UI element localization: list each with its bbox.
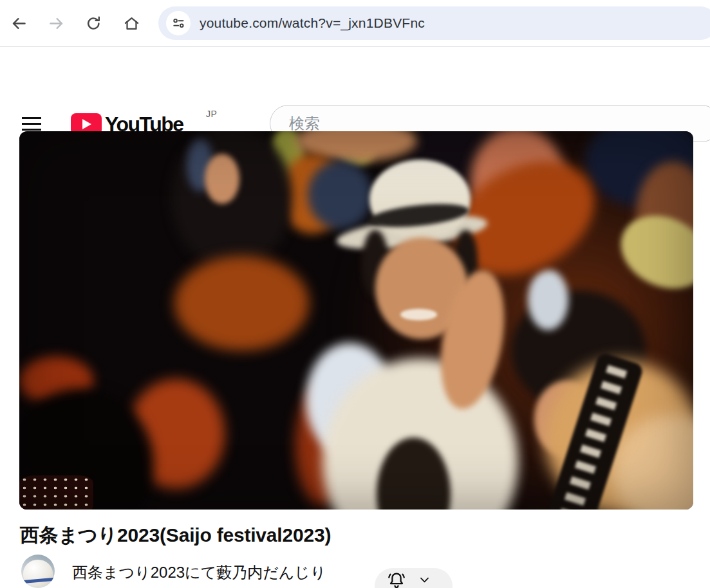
scene-blob	[369, 160, 471, 239]
site-permissions-icon	[172, 17, 185, 30]
scene-blob	[174, 256, 309, 351]
scene-blob	[400, 309, 438, 320]
reload-button[interactable]	[80, 10, 106, 36]
back-button[interactable]	[6, 10, 32, 36]
browser-window: youtube.com/watch?v=_jxn1DBVFnc YouTube …	[0, 0, 710, 588]
browser-toolbar: youtube.com/watch?v=_jxn1DBVFnc	[0, 0, 710, 47]
scene-blob	[528, 270, 568, 330]
hamburger-icon	[22, 117, 41, 131]
home-icon	[123, 15, 140, 32]
notification-settings-button[interactable]	[375, 568, 453, 588]
back-icon	[10, 15, 28, 32]
forward-icon	[48, 15, 65, 32]
reload-icon	[85, 15, 102, 32]
forward-button[interactable]	[43, 10, 69, 36]
scene-blob	[19, 475, 93, 510]
video-still-frame	[19, 131, 693, 510]
url-text: youtube.com/watch?v=_jxn1DBVFnc	[200, 15, 425, 31]
address-bar[interactable]: youtube.com/watch?v=_jxn1DBVFnc	[158, 6, 710, 40]
home-button[interactable]	[118, 10, 144, 36]
video-title: 西条まつり2023(Saijo festival2023)	[20, 522, 689, 548]
channel-name[interactable]: 西条まつり2023にて藪乃内だんじり	[72, 562, 326, 583]
bell-ringing-icon	[387, 571, 406, 588]
region-badge: JP	[206, 109, 217, 119]
chevron-down-icon	[418, 574, 431, 586]
site-permissions-button[interactable]	[166, 11, 191, 35]
scene-blob	[308, 161, 371, 229]
video-player[interactable]	[19, 131, 693, 510]
youtube-header: YouTube JP	[0, 48, 710, 118]
channel-avatar[interactable]	[21, 555, 55, 588]
